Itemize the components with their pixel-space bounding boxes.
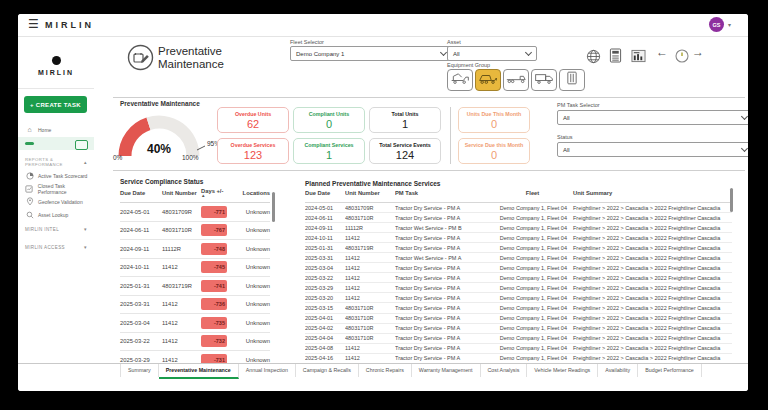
cell: Freightliner > 2022 > Cascadia > 2022 Fr…: [570, 325, 732, 331]
equipment-button-crane-truck[interactable]: [447, 69, 473, 91]
table-row[interactable]: 2025-03-2911412Tractor Dry Service - PM …: [305, 283, 732, 293]
sidebar-item-home[interactable]: ⌂ Home: [18, 123, 94, 136]
table-row[interactable]: 2024-10-1111412-745Unknown: [120, 259, 270, 278]
tab-annual-inspection[interactable]: Annual Inspection: [239, 364, 296, 377]
fleet-selector-dropdown[interactable]: Demo Company 1: [290, 46, 452, 61]
table-row[interactable]: 2025-03-2211412Tractor Dry Service - PM …: [305, 273, 732, 283]
equipment-button-dump-truck[interactable]: [475, 69, 501, 91]
dial-icon[interactable]: [674, 48, 689, 63]
column-header[interactable]: Fleet: [495, 190, 570, 196]
tab-summary[interactable]: Summary: [120, 364, 159, 377]
table-row[interactable]: 2025-04-0448031710RTractor Dry Service -…: [305, 334, 732, 344]
tab-budget-performance[interactable]: Budget Performance: [638, 364, 702, 377]
asset-dropdown[interactable]: All: [447, 46, 537, 61]
sidebar-section-mirlin-intel[interactable]: MIRLIN INTEL▾: [25, 226, 87, 232]
back-arrow-icon[interactable]: ←: [656, 45, 668, 59]
cell: Tractor Dry Service - PM A: [395, 205, 495, 211]
tab-vehicle-meter-readings[interactable]: Vehicle Meter Readings: [527, 364, 598, 377]
equipment-button-flatbed-truck[interactable]: [503, 69, 529, 91]
sidebar-item-geofence-validation[interactable]: Geofence Validation: [18, 195, 94, 208]
tab-cost-analysis[interactable]: Cost Analysis: [481, 364, 528, 377]
table-row[interactable]: 2024-09-1111112R-748Unknown: [120, 240, 270, 259]
chevron-down-icon: [525, 49, 532, 56]
equipment-button-container[interactable]: [559, 69, 585, 91]
sidebar-item-asset-lookup[interactable]: Asset Lookup: [18, 208, 94, 221]
table-row[interactable]: 2025-04-0811412Tractor Dry Service - PM …: [305, 344, 732, 354]
cell: Demo Company 1, Fleet 04: [495, 235, 570, 241]
table-row[interactable]: 2025-03-1548031710RTractor Dry Service -…: [305, 303, 732, 313]
table-row[interactable]: 2024-06-1148031710R-767Unknown: [120, 222, 270, 241]
box-truck-icon: [534, 71, 554, 89]
sidebar-item-active[interactable]: [18, 137, 94, 150]
home-icon: ⌂: [25, 126, 34, 133]
status-value: All: [563, 147, 570, 153]
column-header[interactable]: Unit Number: [162, 190, 201, 196]
table-row[interactable]: 2025-03-2011412Tractor Dry Service - PM …: [305, 293, 732, 303]
user-avatar[interactable]: GS: [709, 17, 724, 32]
table-row[interactable]: 2025-03-2211412-732Unknown: [120, 333, 270, 352]
cell: Demo Company 1, Fleet 04: [495, 285, 570, 291]
pm-task-selector-value: All: [563, 115, 570, 121]
kpi-value: 123: [244, 149, 262, 161]
table-row[interactable]: 2025-03-3111412Tractor Wet Service - PM …: [305, 253, 732, 263]
sidebar-section-reports[interactable]: REPORTS & PERFORMANCE ▴: [25, 157, 87, 167]
column-header[interactable]: Unit Summary: [570, 190, 735, 196]
table-row[interactable]: 2025-03-3111412-736Unknown: [120, 296, 270, 315]
compliance-table-scrollbar[interactable]: [272, 192, 275, 222]
forward-arrow-icon[interactable]: →: [692, 45, 704, 59]
cell: Demo Company 1, Fleet 04: [495, 345, 570, 351]
pm-task-selector-dropdown[interactable]: All: [557, 110, 748, 125]
tab-campaign-recalls[interactable]: Campaign & Recalls: [296, 364, 359, 377]
table-row[interactable]: 2025-04-0148031710RTractor Dry Service -…: [305, 314, 732, 324]
sidebar: MIRLIN + CREATE TASK ⌂ Home REPORTS & PE…: [18, 36, 95, 391]
equipment-button-box-truck[interactable]: [531, 69, 557, 91]
cell: 2025-04-16: [305, 355, 345, 361]
tab-availability[interactable]: Availability: [598, 364, 638, 377]
globe-icon[interactable]: [586, 49, 601, 64]
table-row[interactable]: 2025-01-3148031719R-741Unknown: [120, 277, 270, 296]
table-row[interactable]: 2025-03-0411412-735Unknown: [120, 314, 270, 333]
column-header[interactable]: Due Date: [120, 190, 162, 196]
avatar-chevron-down-icon[interactable]: ▾: [728, 21, 731, 28]
tab-preventative-maintenance[interactable]: Preventative Maintenance: [159, 364, 239, 379]
column-header[interactable]: Locations: [233, 190, 270, 196]
cell: Freightliner > 2022 > Cascadia > 2022 Fr…: [570, 215, 732, 221]
sidebar-item-active-task-scorecard[interactable]: Active Task Scorecard: [18, 169, 94, 182]
column-header[interactable]: Unit Number: [345, 190, 395, 196]
table-row[interactable]: 2024-10-1111412Tractor Dry Service - PM …: [305, 233, 732, 243]
cell: 2025-03-15: [305, 305, 345, 311]
kpi-label: Total Service Events: [379, 142, 430, 149]
cell: Demo Company 1, Fleet 04: [495, 215, 570, 221]
table-row[interactable]: 2025-03-0411412Tractor Dry Service - PM …: [305, 263, 732, 273]
hamburger-menu-icon[interactable]: ☰: [28, 17, 39, 31]
cell: 2024-09-11: [305, 225, 345, 231]
calculator-icon[interactable]: [608, 48, 623, 63]
table-row[interactable]: 2024-05-0148031709RTractor Dry Service -…: [305, 203, 732, 213]
kpi-card-total-service-events: Total Service Events124: [369, 138, 441, 164]
cell: 2025-01-31: [120, 283, 162, 289]
cell: 11412: [345, 235, 395, 241]
flatbed-truck-icon: [506, 71, 526, 89]
tab-chronic-repairs[interactable]: Chronic Repairs: [359, 364, 412, 377]
sidebar-item-closed-task-performance[interactable]: Closed Task Performance: [18, 182, 94, 195]
column-header[interactable]: Days +/-▲: [201, 188, 233, 198]
table-row[interactable]: 2024-06-1148031710RTractor Dry Service -…: [305, 213, 732, 223]
table-row[interactable]: 2024-09-1111112RTractor Wet Service - PM…: [305, 223, 732, 233]
cell: Unknown: [233, 338, 270, 344]
tab-warranty-management[interactable]: Warranty Management: [412, 364, 481, 377]
cell: 48031710R: [162, 227, 201, 233]
table-row[interactable]: 2025-01-3148031719RTractor Dry Service -…: [305, 243, 732, 253]
cell: 48031710R: [345, 325, 395, 331]
cell: Freightliner > 2022 > Cascadia > 2022 Fr…: [570, 275, 732, 281]
column-header[interactable]: Due Date: [305, 190, 345, 196]
report-chart-icon[interactable]: [631, 48, 646, 63]
compliance-table-header: Due DateUnit NumberDays +/-▲Locations: [120, 188, 270, 198]
kpi-label: Total Units: [392, 111, 419, 118]
planned-table-scrollbar[interactable]: [730, 188, 733, 212]
column-header[interactable]: PM Task: [395, 190, 495, 196]
sidebar-section-mirlin-access[interactable]: MIRLIN ACCESS▾: [25, 244, 87, 250]
create-task-button[interactable]: + CREATE TASK: [24, 96, 87, 113]
status-dropdown[interactable]: All: [557, 142, 748, 157]
table-row[interactable]: 2025-04-0248031710RTractor Dry Service -…: [305, 324, 732, 334]
table-row[interactable]: 2024-05-0148031709R-771Unknown: [120, 203, 270, 222]
